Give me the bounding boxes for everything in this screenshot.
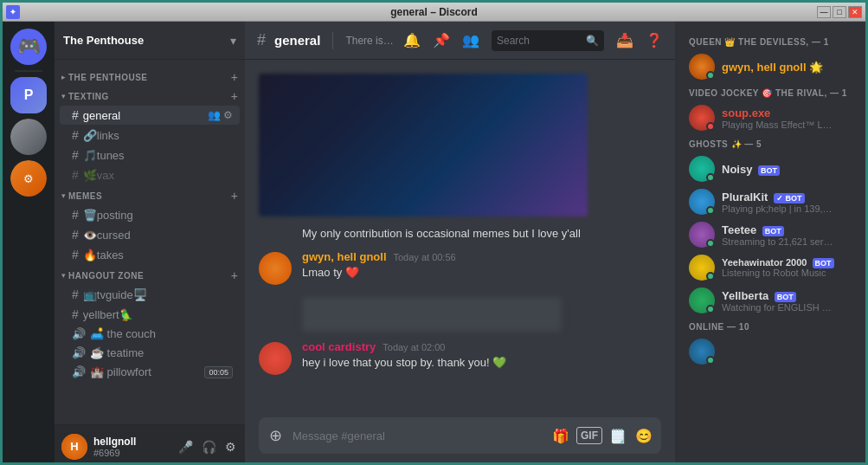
minimize-button[interactable]: — <box>817 6 831 18</box>
category-add-hangout[interactable]: + <box>231 268 238 282</box>
messages-area: My only contribution is occasional memes… <box>245 60 675 410</box>
channel-yellbert[interactable]: # yellbert🦜 <box>60 305 240 324</box>
channel-takes[interactable]: # 🔥takes <box>60 245 240 264</box>
search-bar[interactable]: 🔍 <box>492 30 604 51</box>
user-avatar: H <box>61 434 87 460</box>
user-bar: H hellgnoll #6969 🎤 🎧 ⚙ <box>55 424 245 465</box>
voice-the-couch[interactable]: 🔊 🛋️ the couch <box>60 325 240 343</box>
member-soup[interactable]: soup.exe Playing Mass Effect™ Legen... <box>682 101 858 134</box>
hash-icon-tvguide: # <box>72 287 79 301</box>
member-avatar-yellberta <box>689 287 715 313</box>
message-input[interactable] <box>293 429 543 442</box>
blurred-box-container <box>302 294 661 332</box>
category-the-penthouse[interactable]: ▸ THE PENTHOUSE + <box>55 67 245 86</box>
member-teetee[interactable]: Teetee BOT Streaming to 21,621 servers <box>682 218 858 251</box>
inbox-icon[interactable]: 📥 <box>616 32 633 48</box>
channel-name-tunes: 🎵tunes <box>83 149 233 162</box>
pin-icon[interactable]: 📌 <box>433 32 450 48</box>
gift-icon[interactable]: 🎁 <box>550 426 571 446</box>
header-divider <box>332 32 333 49</box>
channel-name-vax: 🌿vax <box>83 169 233 182</box>
member-info-teetee: Teetee BOT Streaming to 21,621 servers <box>722 223 852 247</box>
member-category-ghosts: GHOSTS ✨ — 5 <box>682 134 858 152</box>
status-dot-teetee <box>706 239 715 248</box>
server-icon-2[interactable]: ⚙ <box>10 160 47 197</box>
add-friend-icon[interactable]: 👥 <box>208 109 221 121</box>
members-icon[interactable]: 👥 <box>462 32 479 48</box>
window-title: general – Discord <box>390 6 478 18</box>
notification-icon[interactable]: 🔔 <box>403 32 421 48</box>
server-name-bar[interactable]: The Penthouse ▾ <box>55 22 245 60</box>
status-dot-yellberta <box>706 305 715 313</box>
maximize-button[interactable]: □ <box>833 6 846 18</box>
microphone-button[interactable]: 🎤 <box>177 438 195 455</box>
member-info-noisy: Noisy BOT <box>722 163 852 176</box>
add-attachment-button[interactable]: ⊕ <box>266 423 286 449</box>
member-status-pluralkit: Playing pk;help | in 139,936 s... <box>722 203 834 214</box>
channel-name-tvguide: 📺tvguide🖥️ <box>83 288 233 301</box>
search-input[interactable] <box>497 35 586 47</box>
member-pluralkit[interactable]: PluralKit ✓ BOT Playing pk;help | in 139… <box>682 185 858 218</box>
category-memes[interactable]: ▾ MEMES + <box>55 185 245 204</box>
server-icon-active[interactable]: P <box>10 77 47 113</box>
category-add-button[interactable]: + <box>231 70 238 84</box>
category-add-memes[interactable]: + <box>231 189 238 203</box>
category-add-texting[interactable]: + <box>231 89 238 103</box>
discord-home-button[interactable]: 🎮 <box>10 29 47 65</box>
server-sidebar: 🎮 P ⚙ <box>3 22 55 465</box>
before-message-text: My only contribution is occasional memes… <box>302 227 661 240</box>
gif-button[interactable]: GIF <box>576 427 602 444</box>
member-category-queen: QUEEN 👑 THE DEVILESS, — 1 <box>682 32 858 50</box>
window-controls[interactable]: — □ ✕ <box>817 6 862 18</box>
channel-cursed[interactable]: # 👁️cursed <box>60 225 240 244</box>
member-avatar-noisy <box>689 156 715 182</box>
message-group-gwyn: gwyn, hell gnoll Today at 00:56 Lmao ty … <box>259 250 661 285</box>
channel-posting[interactable]: # 🗑️posting <box>60 205 240 224</box>
channel-list: ▸ THE PENTHOUSE + ▾ TEXTING + # general … <box>55 60 245 424</box>
username: hellgnoll <box>93 436 177 448</box>
status-dot-soup <box>706 122 715 131</box>
server-icon-1[interactable] <box>10 119 47 155</box>
emoji-button[interactable]: 😊 <box>633 426 654 446</box>
user-settings-button[interactable]: ⚙ <box>223 438 238 455</box>
member-avatar-yeehawinator <box>689 255 715 281</box>
member-name-soup: soup.exe <box>722 107 852 119</box>
member-status-teetee: Streaming to 21,621 servers <box>722 236 834 247</box>
channel-name-links: 🔗links <box>83 129 233 142</box>
channel-topic: There is never an excuse for cussi... <box>345 35 395 47</box>
channel-vax[interactable]: # 🌿vax <box>60 165 240 184</box>
member-online-1[interactable] <box>682 335 858 368</box>
category-hangout[interactable]: ▾ HANGOUT ZONE + <box>55 265 245 284</box>
voice-pillowfort[interactable]: 🔊 🏰 pillowfort 00:05 <box>60 363 240 381</box>
channel-tunes[interactable]: # 🎵tunes <box>60 145 240 165</box>
member-yeehawinator[interactable]: Yeehawinator 2000 BOT Listening to Robot… <box>682 251 858 284</box>
member-yellberta[interactable]: Yellberta BOT Watching for ENGLISH supp.… <box>682 284 858 317</box>
user-tag: #6969 <box>93 448 177 458</box>
hash-icon-takes: # <box>72 248 79 262</box>
member-noisy[interactable]: Noisy BOT <box>682 152 858 185</box>
sticker-icon[interactable]: 🗒️ <box>608 426 628 446</box>
status-dot-noisy <box>706 173 715 182</box>
bot-badge-pluralkit: ✓ BOT <box>774 193 805 203</box>
hash-icon: # <box>72 108 79 122</box>
category-texting[interactable]: ▾ TEXTING + <box>55 86 245 105</box>
member-status-yellberta: Watching for ENGLISH supp... <box>722 302 834 313</box>
settings-icon[interactable]: ⚙ <box>223 109 233 121</box>
channel-name-posting: 🗑️posting <box>83 209 233 222</box>
help-icon[interactable]: ❓ <box>646 32 663 48</box>
channel-links[interactable]: # 🔗links <box>60 126 240 145</box>
gwyn-avatar <box>259 252 292 285</box>
member-avatar-pluralkit <box>689 189 715 215</box>
channel-general[interactable]: # general 👥 ⚙ <box>60 106 240 125</box>
channel-tvguide[interactable]: # 📺tvguide🖥️ <box>60 285 240 304</box>
voice-teatime[interactable]: 🔊 ☕ teatime <box>60 344 240 362</box>
category-arrow: ▸ <box>61 73 66 81</box>
cool-message-content: cool cardistry Today at 02:00 hey i love… <box>302 340 661 375</box>
member-gwyn[interactable]: gwyn, hell gnoll 🌟 <box>682 50 858 83</box>
voice-name-teatime: ☕ teatime <box>90 346 233 359</box>
hash-icon-cursed: # <box>72 228 79 242</box>
member-avatar-gwyn <box>689 54 715 80</box>
headphones-button[interactable]: 🎧 <box>200 438 218 455</box>
search-icon: 🔍 <box>586 35 599 47</box>
close-button[interactable]: ✕ <box>848 6 862 18</box>
